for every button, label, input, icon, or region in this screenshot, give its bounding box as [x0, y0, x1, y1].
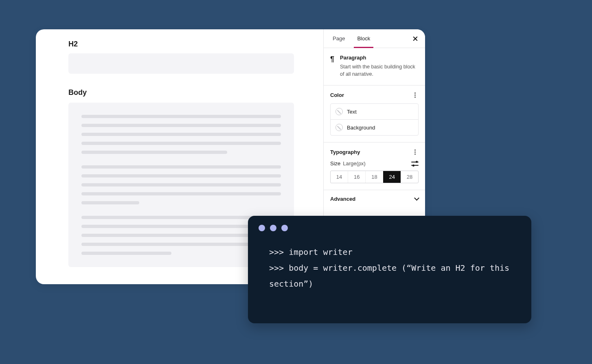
chevron-down-icon: [414, 195, 419, 201]
close-icon: [412, 36, 418, 42]
placeholder-paragraph: [81, 165, 281, 204]
size-option-16[interactable]: 16: [348, 171, 365, 183]
window-control-dot: [259, 225, 265, 231]
size-option-28[interactable]: 28: [401, 171, 418, 183]
color-heading: Color: [330, 92, 344, 98]
color-background-button[interactable]: Background: [331, 119, 418, 135]
no-color-icon: [335, 124, 343, 131]
custom-size-button[interactable]: [411, 161, 419, 167]
terminal-body[interactable]: >>> import writer >>> body = writer.comp…: [248, 231, 531, 292]
body-label: Body: [68, 88, 291, 97]
close-sidebar-button[interactable]: [411, 35, 419, 43]
window-control-dot: [281, 225, 288, 231]
block-description: Start with the basic building block of a…: [340, 63, 419, 78]
size-label: Size: [330, 160, 340, 167]
tab-block[interactable]: Block: [354, 29, 373, 48]
color-options-button[interactable]: [411, 91, 419, 99]
typography-section: Typography Size Large(px) 14 16 18 24 28: [324, 143, 425, 190]
window-controls: [248, 216, 531, 231]
block-info: ¶ Paragraph Start with the basic buildin…: [324, 48, 425, 86]
typography-options-button[interactable]: [411, 148, 419, 156]
tab-page[interactable]: Page: [329, 29, 348, 48]
h2-label: H2: [68, 40, 291, 48]
terminal-line: >>> body = writer.complete (“Write an H2…: [269, 263, 514, 289]
advanced-label: Advanced: [330, 196, 355, 202]
color-background-label: Background: [347, 125, 375, 131]
size-option-18[interactable]: 18: [365, 171, 383, 183]
window-control-dot: [270, 225, 276, 231]
placeholder-paragraph: [81, 115, 281, 154]
typography-heading: Typography: [330, 149, 360, 155]
color-text-button[interactable]: Text: [331, 104, 418, 119]
size-option-14[interactable]: 14: [331, 171, 348, 183]
terminal-line: >>> import writer: [269, 247, 353, 257]
paragraph-icon: ¶: [330, 55, 334, 78]
h2-input[interactable]: [68, 53, 294, 74]
sidebar-tabs: Page Block: [324, 29, 425, 48]
size-segmented-control: 14 16 18 24 28: [330, 171, 419, 183]
block-title: Paragraph: [340, 55, 419, 61]
color-section: Color Text Background: [324, 86, 425, 143]
size-unit: Large(px): [343, 160, 366, 167]
color-text-label: Text: [347, 109, 357, 115]
no-color-icon: [335, 108, 343, 115]
advanced-section-toggle[interactable]: Advanced: [324, 190, 425, 208]
terminal-window: >>> import writer >>> body = writer.comp…: [248, 216, 531, 323]
size-option-24[interactable]: 24: [383, 171, 401, 183]
